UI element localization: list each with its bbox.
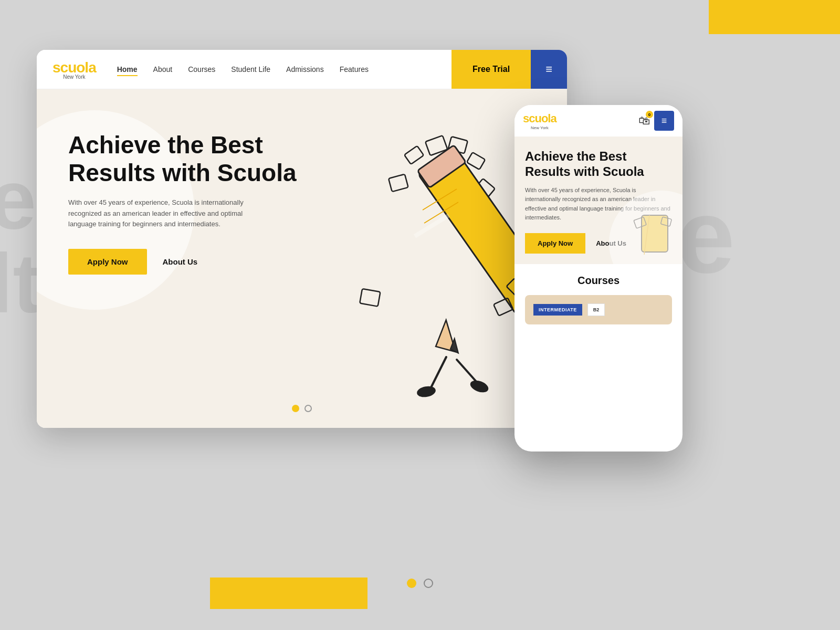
hero-content: Achieve the Best Results with Scuola Wit… bbox=[68, 131, 310, 275]
cart-icon[interactable]: 🛍 0 bbox=[638, 114, 650, 128]
desktop-navbar: scuola New York Home About Courses Stude… bbox=[37, 50, 567, 89]
desktop-logo: scuola New York bbox=[52, 59, 96, 80]
bottom-dot-1[interactable] bbox=[407, 579, 416, 588]
carousel-dot-1[interactable] bbox=[292, 405, 299, 412]
nav-item-home[interactable]: Home bbox=[117, 65, 138, 74]
bottom-carousel-dots bbox=[407, 579, 433, 588]
mobile-hamburger-button[interactable]: ≡ bbox=[654, 111, 674, 131]
mobile-courses-section: Courses INTERMEDIATE B2 bbox=[514, 264, 682, 335]
hero-buttons: Apply Now About Us bbox=[68, 249, 310, 275]
svg-point-18 bbox=[416, 385, 437, 398]
mobile-nav-right: 🛍 0 ≡ bbox=[638, 111, 674, 131]
apply-now-button[interactable]: Apply Now bbox=[68, 249, 147, 275]
desktop-logo-text: scuola bbox=[52, 59, 96, 76]
nav-link-features[interactable]: Features bbox=[340, 65, 369, 74]
svg-rect-13 bbox=[360, 289, 380, 307]
svg-point-19 bbox=[469, 378, 490, 394]
nav-item-courses[interactable]: Courses bbox=[188, 65, 215, 74]
free-trial-button[interactable]: Free Trial bbox=[452, 50, 531, 89]
nav-item-features[interactable]: Features bbox=[340, 65, 369, 74]
nav-right-actions: Free Trial ≡ bbox=[452, 50, 567, 89]
svg-rect-3 bbox=[467, 152, 485, 170]
deco-yellow-bar-top bbox=[709, 0, 840, 34]
nav-link-studentlife[interactable]: Student Life bbox=[231, 65, 270, 74]
desktop-nav-links: Home About Courses Student Life Admissio… bbox=[117, 65, 452, 74]
nav-link-about[interactable]: About bbox=[153, 65, 173, 74]
mobile-hero-title: Achieve the Best Results with Scuola bbox=[525, 149, 672, 180]
svg-line-17 bbox=[457, 360, 478, 383]
mobile-logo-text: scuola bbox=[523, 112, 556, 125]
nav-link-courses[interactable]: Courses bbox=[188, 65, 215, 74]
svg-line-16 bbox=[430, 357, 446, 388]
badge-intermediate: INTERMEDIATE bbox=[533, 304, 582, 316]
desktop-hero: Achieve the Best Results with Scuola Wit… bbox=[37, 89, 567, 428]
hero-description: With over 45 years of experience, Scuola… bbox=[68, 197, 268, 230]
mobile-apply-button[interactable]: Apply Now bbox=[525, 233, 585, 254]
carousel-dots bbox=[292, 405, 312, 412]
svg-rect-2 bbox=[404, 146, 424, 164]
mobile-mockup: scuola New York 🛍 0 ≡ Achieve the Best R… bbox=[514, 105, 682, 452]
nav-link-admissions[interactable]: Admissions bbox=[286, 65, 324, 74]
svg-rect-4 bbox=[388, 174, 408, 192]
nav-item-about[interactable]: About bbox=[153, 65, 173, 74]
mobile-logo-wrap: scuola New York bbox=[523, 112, 556, 130]
about-us-button[interactable]: About Us bbox=[163, 257, 198, 266]
carousel-dot-2[interactable] bbox=[304, 405, 312, 412]
badge-level: B2 bbox=[587, 303, 605, 316]
mobile-courses-title: Courses bbox=[525, 275, 672, 287]
nav-item-studentlife[interactable]: Student Life bbox=[231, 65, 270, 74]
mobile-navbar: scuola New York 🛍 0 ≡ bbox=[514, 105, 682, 136]
mobile-logo-sub: New York bbox=[523, 125, 556, 130]
deco-yellow-bar-bottom bbox=[210, 578, 368, 609]
bottom-dot-2[interactable] bbox=[424, 579, 433, 588]
mobile-hero: Achieve the Best Results with Scuola Wit… bbox=[514, 136, 682, 264]
hamburger-button[interactable]: ≡ bbox=[531, 50, 567, 89]
mobile-illustration-mini bbox=[631, 213, 678, 260]
desktop-mockup: scuola New York Home About Courses Stude… bbox=[37, 50, 567, 428]
mobile-course-card[interactable]: INTERMEDIATE B2 bbox=[525, 295, 672, 324]
hero-title: Achieve the Best Results with Scuola bbox=[68, 131, 310, 187]
nav-item-admissions[interactable]: Admissions bbox=[286, 65, 324, 74]
nav-link-home[interactable]: Home bbox=[117, 65, 138, 76]
cart-badge: 0 bbox=[646, 111, 653, 118]
